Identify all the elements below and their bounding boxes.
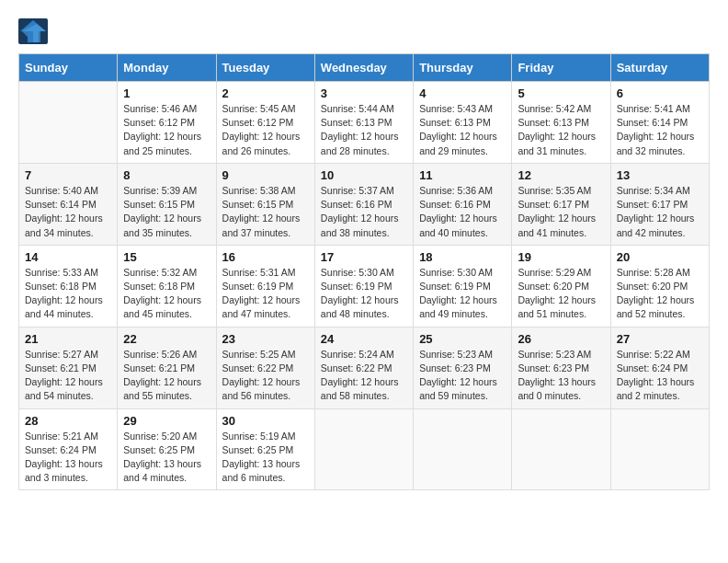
- day-number: 9: [222, 168, 309, 182]
- header: [18, 18, 710, 44]
- calendar-cell: 1Sunrise: 5:46 AM Sunset: 6:12 PM Daylig…: [118, 82, 216, 164]
- calendar-cell: 19Sunrise: 5:29 AM Sunset: 6:20 PM Dayli…: [512, 245, 610, 327]
- header-cell-saturday: Saturday: [610, 54, 709, 82]
- day-number: 11: [419, 168, 506, 182]
- day-number: 14: [25, 250, 111, 264]
- calendar-cell: 24Sunrise: 5:24 AM Sunset: 6:22 PM Dayli…: [314, 327, 413, 408]
- day-info: Sunrise: 5:43 AM Sunset: 6:13 PM Dayligh…: [419, 102, 506, 158]
- calendar-cell: 20Sunrise: 5:28 AM Sunset: 6:20 PM Dayli…: [610, 245, 709, 327]
- day-number: 26: [518, 332, 604, 346]
- day-info: Sunrise: 5:26 AM Sunset: 6:21 PM Dayligh…: [123, 348, 210, 404]
- header-cell-monday: Monday: [118, 54, 216, 82]
- calendar-cell: 22Sunrise: 5:26 AM Sunset: 6:21 PM Dayli…: [118, 327, 216, 408]
- calendar-cell: 27Sunrise: 5:22 AM Sunset: 6:24 PM Dayli…: [610, 327, 709, 408]
- calendar-cell: 10Sunrise: 5:37 AM Sunset: 6:16 PM Dayli…: [314, 163, 413, 245]
- day-info: Sunrise: 5:37 AM Sunset: 6:16 PM Dayligh…: [321, 184, 407, 240]
- day-info: Sunrise: 5:23 AM Sunset: 6:23 PM Dayligh…: [518, 348, 604, 404]
- calendar-cell: [610, 408, 709, 490]
- calendar-header-row: SundayMondayTuesdayWednesdayThursdayFrid…: [19, 54, 710, 82]
- calendar-cell: 9Sunrise: 5:38 AM Sunset: 6:15 PM Daylig…: [216, 163, 314, 245]
- day-info: Sunrise: 5:45 AM Sunset: 6:12 PM Dayligh…: [222, 102, 309, 158]
- day-number: 8: [123, 168, 210, 182]
- calendar-cell: 18Sunrise: 5:30 AM Sunset: 6:19 PM Dayli…: [414, 245, 512, 327]
- day-info: Sunrise: 5:33 AM Sunset: 6:18 PM Dayligh…: [25, 266, 111, 322]
- calendar-cell: 11Sunrise: 5:36 AM Sunset: 6:16 PM Dayli…: [414, 163, 512, 245]
- day-info: Sunrise: 5:36 AM Sunset: 6:16 PM Dayligh…: [419, 184, 506, 240]
- header-cell-wednesday: Wednesday: [314, 54, 413, 82]
- calendar-cell: 30Sunrise: 5:19 AM Sunset: 6:25 PM Dayli…: [216, 408, 314, 490]
- week-row-5: 28Sunrise: 5:21 AM Sunset: 6:24 PM Dayli…: [19, 408, 710, 490]
- calendar-cell: 4Sunrise: 5:43 AM Sunset: 6:13 PM Daylig…: [414, 82, 512, 164]
- day-number: 18: [419, 250, 506, 264]
- calendar-cell: 21Sunrise: 5:27 AM Sunset: 6:21 PM Dayli…: [19, 327, 118, 408]
- day-number: 27: [617, 332, 703, 346]
- day-number: 28: [25, 414, 111, 428]
- day-number: 2: [222, 86, 309, 100]
- day-number: 1: [123, 86, 210, 100]
- calendar-cell: 7Sunrise: 5:40 AM Sunset: 6:14 PM Daylig…: [19, 163, 118, 245]
- day-info: Sunrise: 5:38 AM Sunset: 6:15 PM Dayligh…: [222, 184, 309, 240]
- day-number: 22: [123, 332, 210, 346]
- day-number: 20: [617, 250, 703, 264]
- day-number: 7: [25, 168, 111, 182]
- day-info: Sunrise: 5:39 AM Sunset: 6:15 PM Dayligh…: [123, 184, 210, 240]
- logo-icon: [18, 18, 48, 44]
- calendar-cell: 15Sunrise: 5:32 AM Sunset: 6:18 PM Dayli…: [118, 245, 216, 327]
- week-row-4: 21Sunrise: 5:27 AM Sunset: 6:21 PM Dayli…: [19, 327, 710, 408]
- calendar-cell: 5Sunrise: 5:42 AM Sunset: 6:13 PM Daylig…: [512, 82, 610, 164]
- day-number: 4: [419, 86, 506, 100]
- day-number: 24: [321, 332, 407, 346]
- calendar-table: SundayMondayTuesdayWednesdayThursdayFrid…: [18, 53, 710, 490]
- day-number: 21: [25, 332, 111, 346]
- week-row-2: 7Sunrise: 5:40 AM Sunset: 6:14 PM Daylig…: [19, 163, 710, 245]
- day-info: Sunrise: 5:41 AM Sunset: 6:14 PM Dayligh…: [617, 102, 703, 158]
- day-info: Sunrise: 5:44 AM Sunset: 6:13 PM Dayligh…: [321, 102, 407, 158]
- day-number: 6: [617, 86, 703, 100]
- week-row-1: 1Sunrise: 5:46 AM Sunset: 6:12 PM Daylig…: [19, 82, 710, 164]
- day-info: Sunrise: 5:28 AM Sunset: 6:20 PM Dayligh…: [617, 266, 703, 322]
- day-number: 16: [222, 250, 309, 264]
- calendar-cell: 6Sunrise: 5:41 AM Sunset: 6:14 PM Daylig…: [610, 82, 709, 164]
- day-info: Sunrise: 5:24 AM Sunset: 6:22 PM Dayligh…: [321, 348, 407, 404]
- day-info: Sunrise: 5:42 AM Sunset: 6:13 PM Dayligh…: [518, 102, 604, 158]
- day-number: 5: [518, 86, 604, 100]
- day-number: 29: [123, 414, 210, 428]
- calendar-cell: 14Sunrise: 5:33 AM Sunset: 6:18 PM Dayli…: [19, 245, 118, 327]
- day-number: 25: [419, 332, 506, 346]
- calendar-cell: [19, 82, 118, 164]
- calendar-cell: 25Sunrise: 5:23 AM Sunset: 6:23 PM Dayli…: [414, 327, 512, 408]
- calendar-cell: [314, 408, 413, 490]
- calendar-cell: [512, 408, 610, 490]
- calendar-cell: 29Sunrise: 5:20 AM Sunset: 6:25 PM Dayli…: [118, 408, 216, 490]
- day-number: 19: [518, 250, 604, 264]
- day-info: Sunrise: 5:25 AM Sunset: 6:22 PM Dayligh…: [222, 348, 309, 404]
- calendar-cell: 2Sunrise: 5:45 AM Sunset: 6:12 PM Daylig…: [216, 82, 314, 164]
- header-cell-thursday: Thursday: [414, 54, 512, 82]
- day-number: 23: [222, 332, 309, 346]
- calendar-cell: [414, 408, 512, 490]
- day-info: Sunrise: 5:34 AM Sunset: 6:17 PM Dayligh…: [617, 184, 703, 240]
- day-number: 10: [321, 168, 407, 182]
- logo: [18, 18, 51, 44]
- day-info: Sunrise: 5:23 AM Sunset: 6:23 PM Dayligh…: [419, 348, 506, 404]
- day-info: Sunrise: 5:32 AM Sunset: 6:18 PM Dayligh…: [123, 266, 210, 322]
- day-info: Sunrise: 5:20 AM Sunset: 6:25 PM Dayligh…: [123, 430, 210, 486]
- day-info: Sunrise: 5:19 AM Sunset: 6:25 PM Dayligh…: [222, 430, 309, 486]
- day-number: 3: [321, 86, 407, 100]
- day-info: Sunrise: 5:30 AM Sunset: 6:19 PM Dayligh…: [419, 266, 506, 322]
- day-number: 15: [123, 250, 210, 264]
- day-number: 17: [321, 250, 407, 264]
- day-number: 30: [222, 414, 309, 428]
- calendar-cell: 8Sunrise: 5:39 AM Sunset: 6:15 PM Daylig…: [118, 163, 216, 245]
- header-cell-tuesday: Tuesday: [216, 54, 314, 82]
- day-info: Sunrise: 5:40 AM Sunset: 6:14 PM Dayligh…: [25, 184, 111, 240]
- calendar-cell: 3Sunrise: 5:44 AM Sunset: 6:13 PM Daylig…: [314, 82, 413, 164]
- calendar-cell: 13Sunrise: 5:34 AM Sunset: 6:17 PM Dayli…: [610, 163, 709, 245]
- day-number: 13: [617, 168, 703, 182]
- day-info: Sunrise: 5:46 AM Sunset: 6:12 PM Dayligh…: [123, 102, 210, 158]
- header-cell-sunday: Sunday: [19, 54, 118, 82]
- day-info: Sunrise: 5:27 AM Sunset: 6:21 PM Dayligh…: [25, 348, 111, 404]
- calendar-cell: 17Sunrise: 5:30 AM Sunset: 6:19 PM Dayli…: [314, 245, 413, 327]
- day-info: Sunrise: 5:30 AM Sunset: 6:19 PM Dayligh…: [321, 266, 407, 322]
- day-info: Sunrise: 5:22 AM Sunset: 6:24 PM Dayligh…: [617, 348, 703, 404]
